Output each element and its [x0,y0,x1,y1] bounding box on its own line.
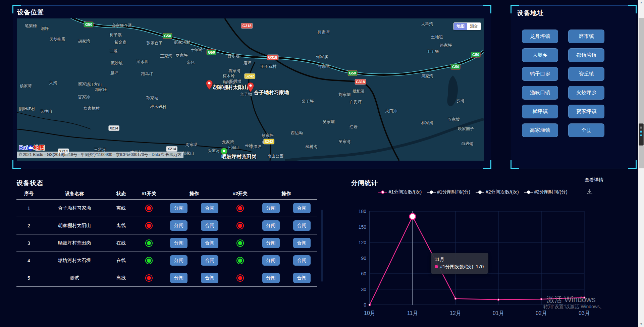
close-switch2-button[interactable]: 合闸 [293,273,311,283]
address-button-高家堰镇[interactable]: 高家堰镇 [522,123,558,137]
page-scrollbar[interactable]: ▲ ▼ [638,0,644,327]
table-header-row: 序号设备名称状态#1开关操作#2开关操作 [16,189,317,200]
map-place-label: 洞坪 [41,25,49,31]
legend-marker-icon [524,190,533,194]
switch1-indicator-red [145,274,153,282]
legend-item[interactable]: #1分闸时间/(分) [427,189,470,195]
map-place-label: 管家坡 [448,116,460,122]
road-shield-s242: S242 [245,74,255,79]
road-shield-g318: G318 [241,23,253,29]
close-switch2-button[interactable]: 合闸 [293,220,311,231]
column-header: #2开关 [225,191,255,197]
tooltip-row: #1分闸次数/(次): 170 [435,263,484,270]
map-place-label: 路家坪 [440,42,452,48]
close-switch2-button[interactable]: 合闸 [293,255,311,266]
road-shield-g50: G50 [207,50,216,55]
address-button-磨市镇[interactable]: 磨市镇 [568,30,604,43]
close-switch1-button[interactable]: 合闸 [201,255,218,266]
road-shield-g318: G318 [267,55,278,60]
map-type-map-tab[interactable]: 地图 [454,23,467,30]
address-button-贺家坪镇[interactable]: 贺家坪镇 [568,105,604,118]
address-button-火烧坪乡[interactable]: 火烧坪乡 [568,86,604,100]
map-marker-pin[interactable] [206,80,213,91]
open-switch2-button[interactable]: 分闸 [262,203,280,213]
map-place-label: 大湾 [49,80,57,86]
legend-item[interactable]: #2分闸时间/(分) [524,189,568,195]
data-point[interactable] [454,298,456,299]
open-switch1-button[interactable]: 分闸 [170,238,187,248]
switch1-indicator-red [145,205,153,212]
map-place-label: 百步堰 [227,53,239,59]
map-place-label: 林家湾 [421,120,433,125]
open-switch1-button[interactable]: 分闸 [170,255,187,266]
address-button-全县[interactable]: 全县 [568,123,604,137]
cell-switch2 [225,257,255,264]
open-switch1-button[interactable]: 分闸 [170,220,187,231]
cell-status: 离线 [108,223,135,229]
baidu-map[interactable]: 笔架槽洞坪天鹅抱蛋胡家湾高家堰互通梅子溪紫金寨二墩张家台子彭家河村千家岭王家湾罗… [17,18,484,161]
map-place-label: 梨子坪 [302,98,314,104]
close-switch1-button[interactable]: 合闸 [201,273,218,283]
close-switch1-button[interactable]: 合闸 [201,220,218,231]
data-point[interactable] [497,299,499,301]
address-button-都镇湾镇[interactable]: 都镇湾镇 [568,48,604,62]
map-place-label: 王子石村 [260,63,276,69]
data-point[interactable] [369,304,370,306]
road-shield-g318: G318 [355,79,366,84]
view-details-link[interactable]: 查看详情 [585,177,603,183]
open-switch2-button[interactable]: 分闸 [262,273,280,283]
close-switch1-button[interactable]: 合闸 [201,238,218,248]
table-scrollbar[interactable] [321,210,323,282]
map-place-label: 沙湾 [456,98,464,104]
cell-device-name: 合子坳村习家坳 [41,205,108,211]
table-row: 3晒鼓坪村荒田岗在线分闸合闸分闸合闸 [16,234,317,252]
open-switch2-button[interactable]: 分闸 [262,220,280,231]
data-point[interactable] [540,298,542,300]
road-shield-g50: G50 [451,64,460,69]
cell-ops1: 分闸合闸 [163,203,225,213]
x-axis-tick: 11月 [407,310,418,316]
address-button-渔峡口镇[interactable]: 渔峡口镇 [522,86,558,100]
close-switch2-button[interactable]: 合闸 [293,203,311,213]
address-button-鸭子口乡[interactable]: 鸭子口乡 [522,67,558,81]
switch1-indicator-green [145,239,153,247]
dashboard: 设备位置 笔架槽洞坪天鹅抱蛋胡家湾高家堰互通梅子溪紫金寨二墩张家台子彭家河村千家… [0,0,644,327]
legend-item[interactable]: #2分闸次数/(次) [476,189,519,195]
map-place-label: 何家湾 [318,29,330,35]
open-switch2-button[interactable]: 分闸 [262,255,280,266]
switch1-indicator-red [145,222,153,229]
scrollbar-thumb[interactable] [639,18,644,168]
close-switch2-button[interactable]: 合闸 [293,238,311,248]
legend-label: #2分闸时间/(分) [534,189,568,195]
map-place-label: 龙家湾 [222,139,234,145]
legend-item[interactable]: #1分闸次数/(次) [378,189,422,195]
x-axis-tick: 01月 [493,310,504,316]
map-place-label: 樟木岩村 [150,104,166,109]
open-switch1-button[interactable]: 分闸 [170,203,187,213]
cell-device-name: 晒鼓坪村荒田岗 [41,240,108,246]
open-switch2-button[interactable]: 分闸 [262,238,280,248]
map-type-hybrid-tab[interactable]: 混合 [467,23,481,30]
address-button-龙舟坪镇[interactable]: 龙舟坪镇 [522,30,558,43]
switch2-indicator-red [236,222,244,229]
highlighted-data-point[interactable] [410,214,416,220]
close-switch1-button[interactable]: 合闸 [201,203,218,213]
map-place-label: 紫金寨 [114,40,126,45]
address-button-资丘镇[interactable]: 资丘镇 [568,67,604,81]
map-place-label: 罗家坪 [175,53,187,58]
map-place-label: 高家堰互通 [112,23,132,29]
open-switch1-button[interactable]: 分闸 [170,273,187,283]
map-place-label: 下渔口 [227,145,239,151]
map-place-label: 棕木岭 [223,73,235,79]
cell-switch1 [135,257,163,264]
map-attribution: © 2021 Baidu - GS(2019)5218号 - 甲测资字11009… [17,152,183,158]
map-place-label: 吴家垴 [323,119,335,124]
baidu-logo[interactable]: Baidu地图 [19,144,45,152]
scrollbar-down-arrow[interactable]: ▼ [638,322,644,327]
cell-ops2: 分闸合闸 [255,238,317,248]
table-row: 5测试离线分闸合闸分闸合闸 [16,269,317,287]
scrollbar-up-arrow[interactable]: ▲ [638,0,644,5]
map-place-label: 胡家湾 [78,39,90,44]
address-button-榔坪镇[interactable]: 榔坪镇 [522,105,558,118]
address-button-大堰乡[interactable]: 大堰乡 [522,48,558,62]
